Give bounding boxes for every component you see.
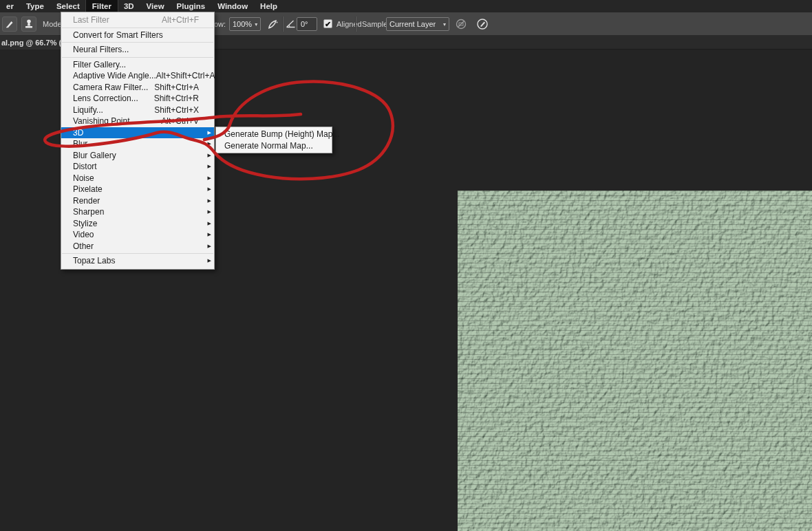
- menu-item-label: Blur Gallery: [73, 151, 116, 160]
- menubar-item-select[interactable]: Select: [50, 0, 86, 12]
- divider: [356, 17, 356, 32]
- filter-menu-item-neural-filters[interactable]: Neural Filters...: [61, 44, 214, 56]
- menu-item-label: Lens Correction...: [73, 94, 138, 103]
- flow-label: ow:: [214, 20, 226, 28]
- menubar: erTypeSelectFilter3DViewPluginsWindowHel…: [0, 0, 812, 12]
- brush-preset-button[interactable]: [2, 17, 17, 32]
- menu-item-label: Noise: [73, 173, 94, 183]
- menu-item-label: 3D: [73, 128, 83, 138]
- submenu-arrow-icon: ▶: [204, 141, 211, 147]
- filter-menu-item-topaz-labs[interactable]: Topaz Labs▶: [61, 255, 214, 267]
- pressure-size-button[interactable]: [476, 17, 489, 34]
- aligned-checkbox[interactable]: ✔: [323, 19, 332, 28]
- menu-item-label: Stylize: [73, 219, 97, 228]
- divider: [283, 17, 284, 32]
- filter-menu-item-3d[interactable]: 3D▶: [61, 127, 214, 139]
- filter-menu-item-last-filter[interactable]: Last FilterAlt+Ctrl+F: [61, 14, 214, 26]
- texture-image: [458, 191, 812, 531]
- filter-menu-item-stylize[interactable]: Stylize▶: [61, 218, 214, 230]
- filter-menu-item-render[interactable]: Render▶: [61, 195, 214, 207]
- menubar-item-3d[interactable]: 3D: [118, 0, 140, 12]
- menu-item-label: Topaz Labs: [73, 256, 115, 266]
- brush-angle-control[interactable]: [286, 19, 296, 32]
- ignore-adjustment-layers-button[interactable]: [454, 17, 468, 34]
- menu-item-label: Neural Filters...: [73, 45, 129, 54]
- airbrush-icon: [266, 17, 279, 31]
- angle-value: 0°: [301, 20, 308, 28]
- chevron-down-icon: ▾: [255, 21, 257, 28]
- menu-item-label: Last Filter: [73, 15, 109, 25]
- menubar-item-filter[interactable]: Filter: [86, 0, 118, 12]
- checkmark-icon: ✔: [325, 20, 331, 28]
- menu-item-shortcut: Alt+Ctrl+F: [162, 15, 204, 25]
- menubar-item-window[interactable]: Window: [211, 0, 254, 12]
- flow-value: 100%: [233, 20, 252, 28]
- menubar-item-er[interactable]: er: [0, 0, 20, 12]
- menu-item-label: Pixelate: [73, 184, 103, 194]
- flow-value-dropdown[interactable]: 100% ▾: [229, 17, 261, 31]
- submenu-arrow-icon: ▶: [204, 221, 211, 226]
- photoshop-window: erTypeSelectFilter3DViewPluginsWindowHel…: [0, 0, 812, 531]
- crossed-circle-icon: [454, 17, 468, 31]
- filter-menu-item-lens-correction[interactable]: Lens Correction...Shift+Ctrl+R: [61, 93, 214, 105]
- filter-menu-item-sharpen[interactable]: Sharpen▶: [61, 206, 214, 218]
- menu-item-shortcut: Shift+Ctrl+R: [154, 94, 204, 103]
- submenu-arrow-icon: ▶: [204, 130, 211, 136]
- filter-menu-item-camera-raw-filter[interactable]: Camera Raw Filter...Shift+Ctrl+A: [61, 82, 214, 94]
- filter-menu-item-vanishing-point[interactable]: Vanishing Point...Alt+Ctrl+V: [61, 116, 214, 127]
- angle-icon: [286, 19, 296, 29]
- menu-item-label: Adaptive Wide Angle...: [73, 71, 156, 80]
- brush-icon: [4, 19, 15, 30]
- aligned-label: Aligned: [336, 20, 362, 28]
- filter-menu-item-distort[interactable]: Distort▶: [61, 161, 214, 173]
- sample-dropdown[interactable]: Current Layer ▾: [386, 17, 449, 31]
- submenu-arrow-icon: ▶: [204, 198, 211, 204]
- submenu-item-generate-normal-map[interactable]: Generate Normal Map...: [216, 140, 332, 152]
- menubar-item-view[interactable]: View: [140, 0, 171, 12]
- angle-input[interactable]: 0°: [297, 17, 317, 31]
- filter-menu-panel: Last FilterAlt+Ctrl+FConvert for Smart F…: [61, 12, 215, 270]
- submenu-arrow-icon: ▶: [204, 232, 211, 237]
- filter-menu-item-video[interactable]: Video▶: [61, 229, 214, 241]
- filter-menu-item-convert-for-smart-filters[interactable]: Convert for Smart Filters: [61, 30, 214, 41]
- menu-separator: [62, 28, 213, 28]
- menu-item-shortcut: Alt+Ctrl+V: [161, 116, 204, 126]
- menu-item-label: Other: [73, 241, 94, 251]
- 3d-submenu-panel: Generate Bump (Height) Map...Generate No…: [215, 127, 332, 153]
- menu-item-label: Filter Gallery...: [73, 60, 126, 69]
- filter-menu-item-blur-gallery[interactable]: Blur Gallery▶: [61, 150, 214, 162]
- filter-menu-item-noise[interactable]: Noise▶: [61, 173, 214, 184]
- submenu-arrow-icon: ▶: [204, 258, 211, 263]
- filter-menu-item-other[interactable]: Other▶: [61, 241, 214, 252]
- menu-item-shortcut: Shift+Ctrl+X: [154, 105, 204, 115]
- clone-stamp-button[interactable]: [21, 17, 36, 32]
- submenu-arrow-icon: ▶: [204, 209, 211, 215]
- filter-menu-item-filter-gallery[interactable]: Filter Gallery...: [61, 59, 214, 71]
- menu-separator: [62, 57, 213, 58]
- menu-separator: [62, 42, 213, 43]
- airbrush-toggle-button[interactable]: [266, 17, 279, 34]
- menu-item-label: Vanishing Point...: [73, 116, 137, 126]
- menubar-item-type[interactable]: Type: [20, 0, 50, 12]
- filter-menu-item-blur[interactable]: Blur▶: [61, 138, 214, 150]
- submenu-arrow-icon: ▶: [204, 164, 211, 169]
- chevron-down-icon: ▾: [443, 21, 446, 28]
- menu-item-label: Sharpen: [73, 207, 104, 217]
- submenu-arrow-icon: ▶: [204, 186, 211, 192]
- filter-menu-item-liquify[interactable]: Liquify...Shift+Ctrl+X: [61, 105, 214, 116]
- filter-menu-item-pixelate[interactable]: Pixelate▶: [61, 184, 214, 195]
- submenu-item-generate-bump-height-map[interactable]: Generate Bump (Height) Map...: [216, 129, 332, 140]
- menu-item-label: Distort: [73, 162, 97, 171]
- menu-item-label: Liquify...: [73, 105, 103, 115]
- menubar-item-plugins[interactable]: Plugins: [171, 0, 212, 12]
- menu-separator: [62, 253, 213, 254]
- menu-item-shortcut: Alt+Shift+Ctrl+A: [156, 71, 221, 80]
- menubar-item-help[interactable]: Help: [254, 0, 284, 12]
- menu-item-label: Convert for Smart Filters: [73, 30, 163, 40]
- sample-value: Current Layer: [389, 20, 436, 28]
- submenu-arrow-icon: ▶: [204, 175, 211, 181]
- filter-menu-item-adaptive-wide-angle[interactable]: Adaptive Wide Angle...Alt+Shift+Ctrl+A: [61, 70, 214, 82]
- menu-item-label: Camera Raw Filter...: [73, 83, 148, 92]
- submenu-arrow-icon: ▶: [204, 153, 211, 158]
- pressure-pen-icon: [476, 17, 489, 31]
